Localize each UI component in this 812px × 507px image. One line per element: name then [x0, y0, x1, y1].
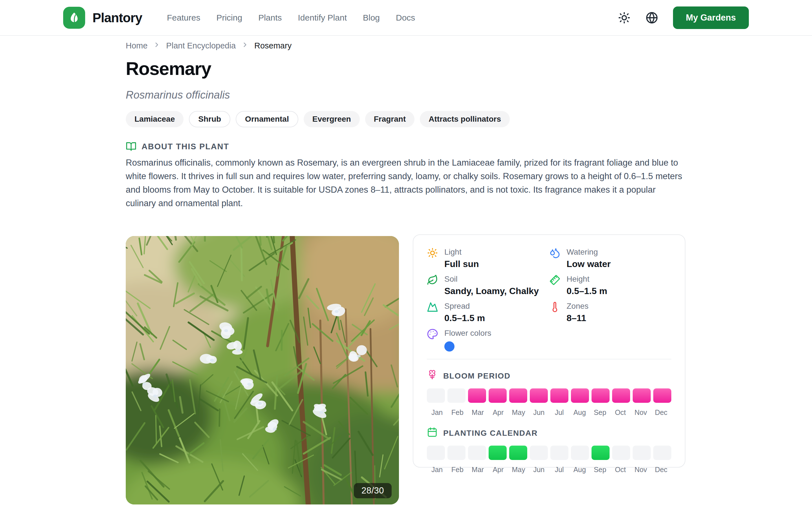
nav-item-plants[interactable]: Plants: [258, 13, 282, 22]
month-cell-nov-active: [633, 388, 651, 403]
tag-shrub: Shrub: [189, 111, 231, 127]
page: Plantory FeaturesPricingPlantsIdentify P…: [0, 0, 812, 507]
sun-icon: [427, 247, 438, 259]
nav-item-blog[interactable]: Blog: [363, 13, 380, 22]
fact-soil: SoilSandy, Loamy, Chalky: [427, 274, 549, 296]
month-label-jan: Jan: [427, 408, 447, 416]
fact-value: 0.5–1.5 m: [567, 286, 607, 296]
bloom-period-title: BLOOM PERIOD: [443, 372, 511, 381]
month-cell-jul-active: [550, 388, 568, 403]
chevron-right-icon: [153, 41, 160, 50]
plant-facts-panel: LightFull sunWateringLow waterSoilSandy,…: [413, 234, 686, 467]
fact-text: Spread0.5–1.5 m: [444, 301, 485, 323]
month-cell-aug-inactive: [571, 446, 589, 460]
plant-description: Rosmarinus officinalis, commonly known a…: [126, 156, 686, 210]
breadcrumb-current: Rosemary: [254, 41, 292, 50]
month-label-mar: Mar: [468, 408, 488, 416]
fact-value: Sandy, Loamy, Chalky: [444, 286, 539, 296]
leaf-icon: [427, 274, 438, 286]
month-label-oct: Oct: [610, 466, 630, 474]
bloom-period-strip: [427, 388, 671, 403]
month-cell-jan-inactive: [427, 388, 445, 403]
fact-value: 8–11: [567, 313, 589, 323]
month-label-nov: Nov: [631, 408, 651, 416]
month-label-dec: Dec: [651, 408, 671, 416]
fact-text: LightFull sun: [444, 247, 479, 269]
month-label-dec: Dec: [651, 466, 671, 474]
month-label-may: May: [508, 466, 529, 474]
rosemary-photo-illustration: [126, 236, 399, 504]
month-cell-sep-active: [592, 446, 610, 460]
tag-ornamental: Ornamental: [236, 111, 298, 127]
month-label-apr: Apr: [488, 408, 508, 416]
month-label-nov: Nov: [631, 466, 651, 474]
month-label-sep: Sep: [590, 408, 610, 416]
month-cell-mar-inactive: [468, 446, 486, 460]
photo-counter-badge: 28/30: [354, 483, 392, 498]
fact-label: Spread: [444, 301, 485, 311]
book-open-icon: [126, 141, 137, 152]
fact-zones: Zones8–11: [549, 301, 672, 323]
month-cell-feb-inactive: [448, 388, 465, 403]
month-cell-feb-inactive: [448, 446, 465, 460]
fact-value: 0.5–1.5 m: [444, 313, 485, 323]
fact-text: SoilSandy, Loamy, Chalky: [444, 274, 539, 296]
month-cell-oct-inactive: [612, 446, 630, 460]
tag-fragrant: Fragrant: [365, 111, 415, 127]
language-globe-icon[interactable]: [645, 11, 658, 24]
tag-attracts-pollinators: Attracts pollinators: [420, 111, 510, 127]
month-cell-jun-inactive: [530, 446, 548, 460]
scientific-name: Rosmarinus officinalis: [126, 89, 230, 101]
tag-lamiaceae: Lamiaceae: [126, 111, 184, 127]
month-cell-may-active: [509, 388, 527, 403]
brand-logo[interactable]: Plantory: [63, 7, 142, 29]
month-label-jan: Jan: [427, 466, 447, 474]
fact-light: LightFull sun: [427, 247, 549, 269]
month-cell-dec-active: [653, 388, 671, 403]
month-cell-sep-active: [592, 388, 610, 403]
my-gardens-button[interactable]: My Gardens: [673, 6, 749, 29]
month-label-jun: Jun: [529, 466, 549, 474]
month-label-feb: Feb: [447, 466, 467, 474]
nav-item-identify-plant[interactable]: Identify Plant: [298, 13, 347, 22]
fact-label: Zones: [567, 301, 589, 311]
nav-item-pricing[interactable]: Pricing: [216, 13, 242, 22]
nav-item-features[interactable]: Features: [167, 13, 200, 22]
month-cell-apr-active: [489, 446, 507, 460]
fact-label: Soil: [444, 274, 539, 284]
breadcrumb-link-plant-encyclopedia[interactable]: Plant Encyclopedia: [166, 41, 236, 50]
month-cell-nov-inactive: [633, 446, 651, 460]
bloom-period-header: BLOOM PERIOD: [427, 370, 671, 382]
month-label-feb: Feb: [447, 408, 467, 416]
header: Plantory FeaturesPricingPlantsIdentify P…: [0, 0, 812, 36]
theme-sun-icon[interactable]: [618, 11, 631, 24]
fact-value: Full sun: [444, 259, 479, 269]
planting-calendar-header: PLANTING CALENDAR: [427, 427, 671, 439]
fact-text: Flower colors: [444, 328, 491, 351]
fact-flower-colors: Flower colors: [427, 328, 549, 351]
breadcrumb-link-home[interactable]: Home: [126, 41, 147, 50]
flower-color-swatches: [444, 341, 491, 351]
panel-divider: [427, 359, 671, 359]
month-label-mar: Mar: [468, 466, 488, 474]
mountain-icon: [427, 301, 438, 313]
planting-calendar-title: PLANTING CALENDAR: [443, 429, 538, 438]
breadcrumb: HomePlant EncyclopediaRosemary: [126, 41, 292, 50]
about-title: ABOUT THIS PLANT: [142, 142, 229, 151]
month-cell-jul-inactive: [550, 446, 568, 460]
plant-photo[interactable]: 28/30: [126, 236, 399, 504]
month-label-jul: Jul: [549, 466, 569, 474]
fact-label: Flower colors: [444, 328, 491, 338]
month-cell-aug-active: [571, 388, 589, 403]
flower-color-swatch: [444, 341, 455, 351]
nav-item-docs[interactable]: Docs: [396, 13, 415, 22]
fact-text: Height0.5–1.5 m: [567, 274, 607, 296]
droplets-icon: [549, 247, 560, 259]
fact-watering: WateringLow water: [549, 247, 672, 269]
flower-icon: [427, 370, 438, 382]
month-label-aug: Aug: [569, 466, 590, 474]
fact-label: Watering: [567, 247, 611, 257]
tag-list: LamiaceaeShrubOrnamentalEvergreenFragran…: [126, 111, 510, 127]
ruler-icon: [549, 274, 560, 286]
month-label-aug: Aug: [569, 408, 590, 416]
